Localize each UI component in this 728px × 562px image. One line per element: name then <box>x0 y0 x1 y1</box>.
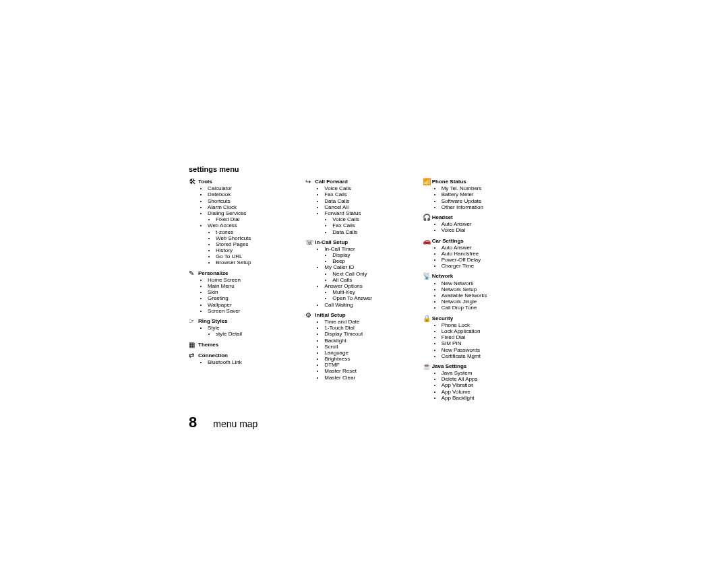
menu-item: Fixed Dial <box>216 216 299 222</box>
column: 📶Phone StatusMy Tel. NumbersBattery Mete… <box>423 179 533 405</box>
menu-item: Auto Handsfree <box>442 251 533 257</box>
content-area: settings menu 🛠ToolsCalculatorDatebookSh… <box>189 165 533 405</box>
menu-item: Backlight <box>324 338 415 344</box>
menu-item: Master Clear <box>324 375 415 381</box>
menu-item: Web Shortcuts <box>216 235 299 241</box>
section-body: ConnectionBluetooth Link <box>198 352 299 365</box>
menu-item: App Vibration <box>442 382 533 388</box>
section-body: PersonalizeHome ScreenMain MenuSkinGreet… <box>198 270 299 314</box>
section-icon: 📶 <box>423 179 432 185</box>
menu-item: Browser Setup <box>216 259 299 266</box>
menu-item: Alarm Clock <box>208 204 299 210</box>
menu-list: Auto AnswerVoice Dial <box>432 221 533 233</box>
menu-list: Fixed Dial <box>208 216 299 222</box>
menu-item: My Caller IDNext Call OnlyAll Calls <box>324 264 415 283</box>
section-icon: ✎ <box>189 270 198 277</box>
section-body: SecurityPhone LockLock ApplicationFixed … <box>432 315 533 359</box>
menu-section: 📶Phone StatusMy Tel. NumbersBattery Mete… <box>423 179 533 210</box>
section-body: Initial SetupTime and Date1-Touch DialDi… <box>315 312 415 381</box>
menu-item: DTMF <box>324 362 415 368</box>
menu-item: Language <box>324 350 415 356</box>
menu-item: New Passwords <box>442 347 533 353</box>
menu-item: Stylestyle Detail <box>208 325 299 337</box>
menu-list: Stylestyle Detail <box>198 325 299 337</box>
menu-section: ✎PersonalizeHome ScreenMain MenuSkinGree… <box>189 270 299 314</box>
section-title: Initial Setup <box>315 312 415 318</box>
menu-item: Multi-Key <box>332 289 415 295</box>
menu-list: Time and Date1-Touch DialDisplay Timeout… <box>315 319 415 381</box>
menu-item: Display Timeout <box>324 331 415 337</box>
menu-list: Home ScreenMain MenuSkinGreetingWallpape… <box>198 277 299 314</box>
menu-item: Charger Time <box>442 263 533 269</box>
menu-item: Auto Answer <box>442 245 533 251</box>
menu-section: 🎧HeadsetAuto AnswerVoice Dial <box>423 214 533 234</box>
menu-item: In-Call TimerDisplayBeep <box>324 246 415 265</box>
section-icon: ⇄ <box>189 352 198 359</box>
section-icon: 📡 <box>423 273 432 280</box>
menu-list: Voice CallsFax CallsData Calls <box>324 216 415 235</box>
section-title: Call Forward <box>315 179 415 185</box>
menu-list: In-Call TimerDisplayBeepMy Caller IDNext… <box>315 246 415 308</box>
section-title: Java Settings <box>432 363 533 369</box>
menu-list: CalculatorDatebookShortcutsAlarm ClockDi… <box>198 185 299 266</box>
menu-list: style Detail <box>208 331 299 337</box>
menu-item: Go To URL <box>216 253 299 259</box>
menu-item: Next Call Only <box>332 271 415 277</box>
menu-list: Auto AnswerAuto HandsfreePower-Off Delay… <box>432 245 533 270</box>
page-number: 8 <box>189 414 197 431</box>
section-body: NetworkNew NetworkNetwork SetupAvailable… <box>432 273 533 311</box>
section-icon: ▦ <box>189 342 198 348</box>
menu-item: Time and Date <box>324 319 415 325</box>
section-title: Security <box>432 315 533 321</box>
menu-item: Network Setup <box>442 286 533 292</box>
section-body: ToolsCalculatorDatebookShortcutsAlarm Cl… <box>198 179 299 266</box>
menu-item: Network Jingle <box>442 299 533 305</box>
menu-list: New NetworkNetwork SetupAvailable Networ… <box>432 280 533 311</box>
menu-section: ⇄ConnectionBluetooth Link <box>189 352 299 365</box>
section-body: Car SettingsAuto AnswerAuto HandsfreePow… <box>432 238 533 270</box>
section-title: Headset <box>432 214 533 220</box>
section-title: Tools <box>198 179 299 185</box>
menu-item: style Detail <box>216 331 299 337</box>
section-body: Phone StatusMy Tel. NumbersBattery Meter… <box>432 179 533 210</box>
menu-section: ☕Java SettingsJava SystemDelete All Apps… <box>423 363 533 401</box>
menu-item: Forward StatusVoice CallsFax CallsData C… <box>324 210 415 235</box>
menu-item: Phone Lock <box>442 322 533 328</box>
footer-label: menu map <box>213 418 257 429</box>
section-body: Themes <box>198 342 299 348</box>
section-title: Personalize <box>198 270 299 276</box>
menu-item: Skin <box>208 289 299 295</box>
menu-item: Datebook <box>208 191 299 197</box>
section-body: HeadsetAuto AnswerVoice Dial <box>432 214 533 234</box>
menu-item: Call Drop Tone <box>442 305 533 311</box>
menu-item: Delete All Apps <box>442 376 533 382</box>
section-title: Ring Styles <box>198 318 299 324</box>
page-title: settings menu <box>189 165 533 173</box>
menu-item: Data Calls <box>332 229 415 235</box>
menu-item: Wallpaper <box>208 302 299 308</box>
menu-section: ☏In-Call SetupIn-Call TimerDisplayBeepMy… <box>305 239 415 308</box>
section-title: Phone Status <box>432 179 533 185</box>
menu-item: Fax Calls <box>324 191 415 197</box>
menu-section: ↪Call ForwardVoice CallsFax CallsData Ca… <box>305 179 415 235</box>
menu-item: Call Waiting <box>324 302 415 308</box>
menu-item: Web Accesst-zonesWeb ShortcutsStored Pag… <box>208 222 299 266</box>
menu-list: Next Call OnlyAll Calls <box>324 271 415 283</box>
menu-item: 1-Touch Dial <box>324 325 415 331</box>
menu-item: Fixed Dial <box>442 334 533 340</box>
menu-item: Other Information <box>442 204 533 210</box>
menu-item: Auto Answer <box>442 221 533 227</box>
menu-item: Battery Meter <box>442 191 533 197</box>
menu-section: 🚗Car SettingsAuto AnswerAuto HandsfreePo… <box>423 238 533 270</box>
section-body: Ring StylesStylestyle Detail <box>198 318 299 338</box>
menu-section: 🔒SecurityPhone LockLock ApplicationFixed… <box>423 315 533 359</box>
menu-item: Voice Calls <box>332 216 415 222</box>
menu-item: Main Menu <box>208 283 299 289</box>
section-icon: ☕ <box>423 363 432 370</box>
menu-section: 📡NetworkNew NetworkNetwork SetupAvailabl… <box>423 273 533 311</box>
menu-list: Phone LockLock ApplicationFixed DialSIM … <box>432 322 533 359</box>
menu-item: Beep <box>332 258 415 264</box>
section-title: Car Settings <box>432 238 533 244</box>
columns: 🛠ToolsCalculatorDatebookShortcutsAlarm C… <box>189 179 533 405</box>
menu-item: Cancel All <box>324 204 415 210</box>
